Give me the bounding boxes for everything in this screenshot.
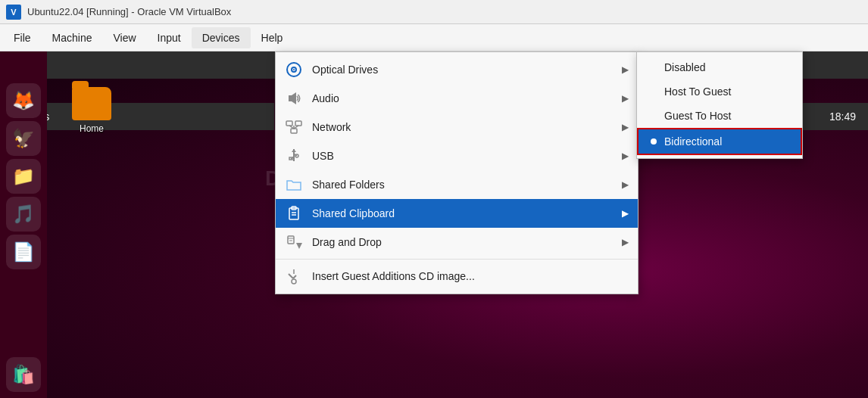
- insert-cd-label: Insert Guest Additions CD image...: [312, 270, 629, 282]
- network-label: Network: [312, 121, 613, 133]
- shared-folders-icon: [285, 176, 303, 194]
- home-folder-icon[interactable]: Home: [72, 87, 111, 134]
- clock: 18:49: [829, 110, 856, 123]
- selected-bullet: [651, 138, 657, 145]
- menu-help[interactable]: Help: [251, 27, 294, 48]
- app-icon-label: V: [11, 8, 16, 17]
- menu-file[interactable]: File: [3, 27, 42, 48]
- menu-item-network[interactable]: Network ▶: [276, 113, 638, 141]
- svg-line-25: [289, 274, 293, 278]
- clipboard-option-disabled[interactable]: Disabled: [637, 55, 802, 79]
- usb-arrow: ▶: [622, 151, 629, 161]
- network-icon: [285, 118, 303, 136]
- shared-folders-arrow: ▶: [622, 179, 629, 190]
- clipboard-guest-to-host-label: Guest To Host: [664, 110, 731, 122]
- sidebar-app-firefox[interactable]: 🦊: [6, 83, 41, 118]
- svg-rect-6: [295, 121, 301, 126]
- svg-rect-7: [291, 129, 297, 133]
- insert-cd-icon: [285, 267, 303, 285]
- audio-icon: [285, 89, 303, 107]
- clipboard-option-bidirectional[interactable]: Bidirectional: [637, 128, 802, 155]
- sidebar-app-appstore[interactable]: 🛍️: [6, 357, 41, 392]
- menu-item-drag-and-drop[interactable]: Drag and Drop ▶: [276, 228, 638, 257]
- usb-label: USB: [312, 150, 613, 162]
- clipboard-submenu: Disabled Host To Guest Guest To Host Bid…: [636, 51, 803, 159]
- devices-dropdown-menu: Optical Drives ▶ Audio ▶ Network ▶ USB ▶…: [275, 51, 639, 294]
- network-arrow: ▶: [622, 122, 629, 132]
- clipboard-option-host-to-guest[interactable]: Host To Guest: [637, 79, 802, 104]
- svg-rect-3: [289, 95, 292, 101]
- sidebar-app-files[interactable]: 📁: [6, 159, 41, 194]
- sidebar-app-libreoffice[interactable]: 📄: [6, 235, 41, 269]
- usb-icon: [285, 147, 303, 165]
- audio-label: Audio: [312, 92, 613, 104]
- menu-item-optical-drives[interactable]: Optical Drives ▶: [276, 55, 638, 84]
- menu-item-shared-folders[interactable]: Shared Folders ▶: [276, 170, 638, 199]
- svg-rect-21: [288, 236, 294, 244]
- svg-line-26: [293, 275, 296, 278]
- optical-drives-icon: [285, 61, 303, 79]
- menu-item-insert-cd[interactable]: Insert Guest Additions CD image...: [276, 262, 638, 291]
- shared-clipboard-label: Shared Clipboard: [312, 207, 613, 219]
- sidebar-app-thunderbird[interactable]: 🦅: [6, 121, 41, 156]
- clipboard-option-guest-to-host[interactable]: Guest To Host: [637, 104, 802, 128]
- optical-drives-label: Optical Drives: [312, 64, 613, 76]
- menu-machine[interactable]: Machine: [42, 27, 103, 48]
- svg-rect-5: [286, 121, 292, 126]
- drag-and-drop-arrow: ▶: [622, 237, 629, 247]
- svg-marker-4: [292, 92, 296, 104]
- menu-item-usb[interactable]: USB ▶: [276, 141, 638, 170]
- menu-item-audio[interactable]: Audio ▶: [276, 84, 638, 113]
- optical-drives-arrow: ▶: [622, 64, 629, 75]
- sidebar-app-rhythmbox[interactable]: 🎵: [6, 197, 41, 232]
- app-icon: V: [6, 5, 21, 20]
- audio-arrow: ▶: [622, 93, 629, 104]
- clipboard-bidirectional-label: Bidirectional: [664, 135, 722, 148]
- svg-point-2: [293, 69, 295, 70]
- shared-folders-label: Shared Folders: [312, 179, 613, 191]
- folder-graphic: [72, 87, 111, 120]
- menu-separator: [276, 259, 638, 260]
- menu-input[interactable]: Input: [147, 27, 192, 48]
- svg-point-27: [292, 279, 296, 284]
- home-folder-label: Home: [80, 123, 104, 134]
- ubuntu-dock: 🦊 🦅 📁 🎵 📄 🛍️: [0, 51, 47, 398]
- shared-clipboard-arrow: ▶: [622, 208, 629, 219]
- drag-drop-icon: [285, 233, 303, 251]
- menubar: File Machine View Input Devices Help: [0, 24, 868, 51]
- menu-devices[interactable]: Devices: [192, 27, 251, 48]
- menu-item-shared-clipboard[interactable]: Shared Clipboard ▶: [276, 199, 638, 228]
- clipboard-disabled-label: Disabled: [664, 61, 705, 73]
- titlebar: V Ubuntu22.04 [Running] - Oracle VM Virt…: [0, 0, 868, 24]
- menu-view[interactable]: View: [102, 27, 146, 48]
- window-title: Ubuntu22.04 [Running] - Oracle VM Virtua…: [27, 6, 231, 17]
- drag-and-drop-label: Drag and Drop: [312, 236, 613, 248]
- shared-clipboard-icon: [285, 204, 303, 222]
- clipboard-host-to-guest-label: Host To Guest: [664, 86, 731, 98]
- svg-marker-24: [296, 243, 302, 249]
- svg-marker-12: [292, 149, 296, 152]
